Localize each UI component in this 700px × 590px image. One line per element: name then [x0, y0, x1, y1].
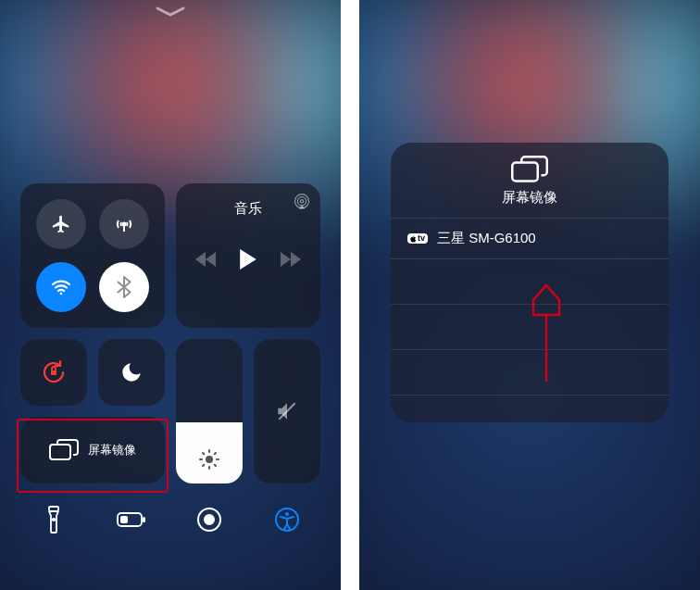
- mirroring-popover-screenshot: 屏幕镜像 tv 三星 SM-G6100: [359, 0, 700, 590]
- svg-line-13: [203, 453, 204, 454]
- connectivity-tile[interactable]: [20, 183, 165, 328]
- chevron-down-icon[interactable]: [155, 6, 186, 19]
- airplay-audio-icon[interactable]: [293, 193, 311, 211]
- volume-mute-icon: [275, 399, 299, 423]
- do-not-disturb-toggle[interactable]: [98, 339, 165, 406]
- bluetooth-toggle[interactable]: [99, 262, 149, 312]
- cellular-icon: [113, 213, 135, 235]
- svg-line-15: [203, 465, 204, 466]
- svg-point-24: [205, 515, 214, 524]
- previous-track-icon[interactable]: [195, 252, 216, 267]
- svg-rect-18: [49, 507, 58, 511]
- svg-rect-27: [512, 163, 538, 182]
- flashlight-button[interactable]: [20, 495, 87, 545]
- bluetooth-icon: [115, 276, 133, 298]
- battery-icon: [117, 512, 146, 527]
- svg-line-14: [215, 465, 216, 466]
- svg-line-16: [215, 453, 216, 454]
- flashlight-icon: [46, 506, 61, 534]
- music-tile[interactable]: 音乐: [176, 183, 320, 328]
- wifi-icon: [50, 276, 72, 298]
- accessibility-button[interactable]: [254, 495, 320, 545]
- orientation-lock-icon: [40, 358, 68, 386]
- control-center-screenshot: 音乐: [0, 0, 341, 590]
- svg-point-4: [297, 197, 306, 206]
- moon-icon: [119, 360, 144, 384]
- cellular-toggle[interactable]: [99, 199, 149, 249]
- screenshot-divider: [341, 0, 359, 590]
- airplane-mode-toggle[interactable]: [36, 199, 86, 249]
- screen-mirroring-button[interactable]: 屏幕镜像: [20, 417, 165, 483]
- brightness-icon: [198, 448, 220, 471]
- screen-mirroring-icon: [400, 156, 659, 183]
- svg-point-26: [285, 512, 289, 516]
- popover-title: 屏幕镜像: [400, 189, 659, 207]
- svg-point-2: [60, 293, 63, 295]
- svg-rect-21: [143, 517, 145, 522]
- svg-rect-7: [50, 445, 70, 459]
- accessibility-icon: [274, 507, 300, 533]
- record-icon: [196, 507, 222, 533]
- svg-point-5: [300, 200, 303, 203]
- mirroring-device-row[interactable]: tv 三星 SM-G6100: [391, 218, 669, 259]
- volume-slider[interactable]: [254, 339, 320, 483]
- next-track-icon[interactable]: [281, 252, 301, 267]
- device-name: 三星 SM-G6100: [437, 230, 536, 247]
- airplane-icon: [51, 214, 71, 234]
- svg-point-19: [53, 519, 55, 521]
- low-power-mode-button[interactable]: [98, 495, 165, 545]
- play-icon[interactable]: [240, 249, 256, 270]
- brightness-slider[interactable]: [176, 339, 243, 483]
- orientation-lock-toggle[interactable]: [20, 339, 87, 406]
- svg-rect-22: [120, 516, 128, 523]
- control-center: 音乐: [20, 183, 320, 545]
- screen-mirroring-popover: 屏幕镜像 tv 三星 SM-G6100: [391, 143, 669, 422]
- svg-point-8: [206, 456, 213, 463]
- screen-mirroring-icon: [49, 439, 79, 461]
- screen-mirroring-label: 屏幕镜像: [88, 442, 136, 458]
- wifi-toggle[interactable]: [36, 262, 86, 312]
- apple-tv-icon: tv: [407, 233, 428, 244]
- screen-record-button[interactable]: [176, 495, 243, 545]
